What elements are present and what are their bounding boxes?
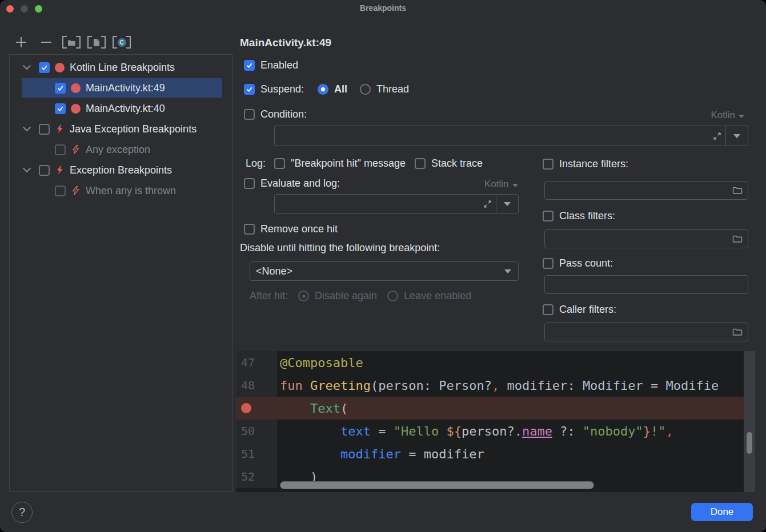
suspend-thread-radio[interactable] [360,84,371,95]
condition-row: Condition: [244,108,307,120]
exception-breakpoint-icon [55,124,65,134]
evaluate-history-button[interactable] [496,195,518,213]
instance-filters-checkbox[interactable] [543,159,554,170]
dropdown-arrow-icon [504,202,511,206]
chevron-down-icon[interactable] [22,124,31,134]
minus-icon [41,37,52,48]
evaluate-row: Evaluate and log: [244,178,340,190]
disable-until-row: Disable until hitting the following brea… [240,242,440,254]
class-filters-input[interactable] [545,230,727,248]
caller-filters-input[interactable] [545,323,727,341]
chevron-down-icon[interactable] [22,63,31,72]
tree-item-checkbox[interactable] [39,62,50,73]
condition-checkbox[interactable] [244,109,255,120]
browse-caller-filters-button[interactable] [727,328,748,336]
group-by-package-button[interactable] [64,35,79,50]
disable-until-label: Disable until hitting the following brea… [240,242,440,254]
tree-item-label: When any is thrown [86,185,176,197]
after-hit-leave-radio[interactable] [387,291,398,301]
suspend-checkbox[interactable] [244,84,255,95]
folder-icon [732,328,743,336]
tree-item-mainactivity-kt-49[interactable]: MainActivity.kt:49 [10,78,232,98]
tree-item-when-any-is-thrown[interactable]: When any is thrown [10,180,232,201]
combobox-value: <None> [250,265,504,277]
done-button[interactable]: Done [691,503,753,521]
evaluate-input[interactable] [275,195,479,213]
check-icon [246,86,253,93]
enabled-checkbox[interactable] [244,60,255,71]
condition-input[interactable] [275,126,708,146]
evaluate-checkbox[interactable] [244,178,255,189]
remove-once-checkbox[interactable] [244,224,255,235]
condition-language-selector[interactable]: Kotlin [711,110,744,121]
check-icon [57,105,64,112]
code-preview: 47@Composable48fun Greeting(person: Pers… [236,351,755,492]
exception-breakpoint-icon [71,144,81,155]
caller-filters-row: Caller filters: [543,304,616,316]
suspend-label: Suspend: [260,83,304,95]
log-message-checkbox[interactable] [274,158,285,169]
group-by-file-button[interactable] [89,35,104,50]
tree-item-kotlin-line-breakpoints[interactable]: Kotlin Line Breakpoints [10,57,232,78]
group-by-class-icon: C [113,36,131,49]
remove-breakpoint-button[interactable] [39,35,54,50]
tree-item-label: Exception Breakpoints [70,164,172,176]
instance-filters-field [544,181,748,200]
tree-item-checkbox[interactable] [55,144,66,155]
expand-editor-button[interactable] [479,199,496,209]
condition-history-button[interactable] [726,126,748,146]
log-label: Log: [246,158,266,170]
folder-icon [67,39,76,46]
gutter-breakpoint [236,397,277,420]
evaluate-label: Evaluate and log: [260,178,340,190]
group-by-class-button[interactable]: C [114,35,129,50]
vertical-scrollbar-thumb[interactable] [747,432,752,454]
help-button[interactable]: ? [11,502,33,523]
check-icon [57,84,64,92]
expand-editor-button[interactable] [708,131,725,141]
instance-filters-input[interactable] [545,182,727,199]
vertical-scrollbar[interactable] [744,351,755,492]
breakpoint-title: MainActivity.kt:49 [240,37,331,49]
line-breakpoint-icon [71,104,81,114]
pass-count-input[interactable] [545,276,748,293]
evaluate-field [274,194,519,214]
condition-field [274,126,748,146]
gutter-line-number: 51 [236,442,277,465]
after-hit-label: After hit: [250,290,288,302]
suspend-row: Suspend: All Thread [244,83,409,95]
log-stack-checkbox[interactable] [415,158,426,169]
evaluate-language-selector[interactable]: Kotlin [484,179,518,190]
condition-language-label: Kotlin [711,110,735,121]
tree-item-checkbox[interactable] [55,186,66,196]
code-line-49: Text( [236,397,744,420]
browse-class-filters-button[interactable] [727,235,748,243]
pass-count-checkbox[interactable] [543,258,554,269]
disable-until-combobox[interactable]: <None> [250,261,519,281]
condition-label: Condition: [260,108,307,120]
browse-instance-filters-button[interactable] [727,186,748,195]
tree-item-label: MainActivity.kt:49 [86,82,165,94]
tree-item-checkbox[interactable] [55,103,66,114]
tree-item-checkbox[interactable] [39,165,50,176]
horizontal-scrollbar-thumb[interactable] [280,481,594,489]
after-hit-disable-radio[interactable] [298,291,309,301]
tree-item-exception-breakpoints[interactable]: Exception Breakpoints [10,160,232,180]
tree-item-mainactivity-kt-40[interactable]: MainActivity.kt:40 [10,98,232,119]
code-lines: 47@Composable48fun Greeting(person: Pers… [236,351,744,488]
log-message-label: "Breakpoint hit" message [291,158,406,170]
tree-item-label: Any exception [86,144,150,156]
done-label: Done [711,506,734,518]
caller-filters-label: Caller filters: [559,304,616,316]
tree-item-java-exception-breakpoints[interactable]: Java Exception Breakpoints [10,119,232,139]
tree-item-checkbox[interactable] [39,124,50,135]
after-hit-disable-label: Disable again [315,290,377,302]
after-hit-row: After hit: Disable again Leave enabled [250,290,471,302]
chevron-down-icon[interactable] [22,166,31,175]
suspend-all-radio[interactable] [318,84,328,95]
tree-item-checkbox[interactable] [55,83,66,94]
caller-filters-checkbox[interactable] [543,304,554,315]
add-breakpoint-button[interactable] [14,35,29,50]
tree-item-any-exception[interactable]: Any exception [10,139,232,160]
class-filters-checkbox[interactable] [543,211,554,221]
